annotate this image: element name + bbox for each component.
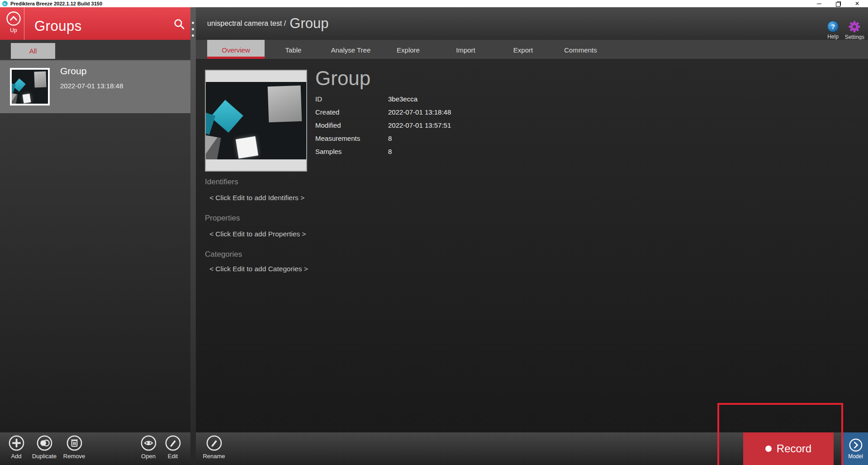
field-label: Samples: [315, 145, 388, 158]
restore-button[interactable]: [835, 1, 841, 6]
breadcrumb: unispectral camera test / Group: [207, 7, 328, 40]
tab-explore[interactable]: Explore: [379, 40, 437, 59]
preview-top-bar: [206, 71, 306, 82]
identifiers-placeholder[interactable]: < Click Edit to add Identifiers >: [209, 194, 304, 202]
rename-button[interactable]: Rename: [197, 435, 231, 460]
field-value: 2022-07-01 13:57:51: [388, 121, 451, 129]
remove-button[interactable]: Remove: [57, 435, 91, 460]
rename-label: Rename: [203, 453, 225, 460]
up-button[interactable]: Up: [5, 10, 23, 37]
overview-panel: Group ID3be3ecca Created2022-07-01 13:18…: [196, 59, 868, 432]
field-label: Modified: [315, 119, 388, 132]
chevron-up-circle-icon: [6, 11, 21, 26]
duplicate-label: Duplicate: [32, 453, 57, 460]
categories-heading: Categories: [205, 250, 242, 259]
app-window: b. Prediktera Breeze 2022.1.12 Build 315…: [0, 0, 868, 465]
preview-bottom-bar: [206, 159, 306, 171]
thumb-gray-square: [34, 71, 47, 87]
page-title: Group: [315, 67, 370, 90]
field-row: Measurements8: [315, 132, 451, 145]
model-button[interactable]: Model: [843, 432, 868, 465]
gear-icon: [849, 21, 860, 33]
eye-circle-icon: [140, 435, 157, 451]
categories-placeholder[interactable]: < Click Edit to add Categories >: [209, 265, 308, 273]
record-button[interactable]: Record: [743, 432, 834, 465]
window-title: Prediktera Breeze 2022.1.12 Build 3150: [10, 1, 102, 6]
field-value: 8: [388, 134, 392, 142]
tab-comments[interactable]: Comments: [552, 40, 609, 59]
search-icon: [173, 18, 185, 30]
main-header: unispectral camera test / Group ? Help S…: [196, 7, 868, 40]
help-icon: ?: [827, 21, 839, 32]
help-button[interactable]: ? Help: [827, 21, 839, 40]
header-divider: [24, 7, 24, 40]
item-date: 2022-07-01 13:18:48: [60, 82, 123, 90]
sidebar-tab-all[interactable]: All: [11, 43, 55, 59]
tab-import[interactable]: Import: [437, 40, 494, 59]
settings-button[interactable]: Settings: [845, 21, 864, 40]
item-title: Group: [60, 66, 86, 77]
model-label: Model: [848, 453, 863, 460]
field-row: Samples8: [315, 145, 451, 158]
duplicate-circle-icon: [36, 435, 53, 451]
preview-image: [206, 82, 306, 159]
up-label: Up: [10, 27, 17, 34]
app-logo-icon: b.: [2, 1, 8, 6]
search-button[interactable]: [173, 18, 185, 30]
preview-gray-cube: [206, 135, 221, 159]
record-dot-icon: [765, 446, 772, 452]
sidebar-tab-bar: All: [0, 40, 190, 59]
field-row: Created2022-07-01 13:18:48: [315, 105, 451, 119]
title-bar: b. Prediktera Breeze 2022.1.12 Build 315…: [0, 0, 868, 7]
panel-divider[interactable]: [190, 7, 196, 465]
pencil-circle-icon: [206, 435, 223, 451]
pencil-circle-icon: [165, 435, 181, 451]
settings-label: Settings: [845, 34, 864, 40]
group-list: Group 2022-07-01 13:18:48: [0, 59, 190, 432]
tab-overview[interactable]: Overview: [207, 40, 265, 59]
field-row: Modified2022-07-01 13:57:51: [315, 119, 451, 132]
field-label: ID: [315, 92, 388, 105]
preview-white-square: [236, 136, 259, 158]
edit-label: Edit: [168, 453, 178, 460]
list-item[interactable]: Group 2022-07-01 13:18:48: [0, 60, 190, 113]
main-tab-bar: Overview Table Analyse Tree Explore Impo…: [196, 40, 868, 59]
close-button[interactable]: ✕: [854, 1, 860, 6]
edit-button[interactable]: Edit: [156, 435, 190, 460]
plus-circle-icon: [8, 435, 25, 451]
tab-table[interactable]: Table: [265, 40, 322, 59]
field-label: Measurements: [315, 132, 388, 145]
preview-teal-edge: [206, 112, 216, 135]
item-thumbnail: [10, 68, 50, 105]
grip-dot-icon: [192, 34, 194, 37]
breadcrumb-parent[interactable]: unispectral camera test /: [207, 19, 286, 28]
group-preview: [205, 70, 307, 172]
help-label: Help: [827, 34, 839, 40]
tab-export[interactable]: Export: [494, 40, 552, 59]
breadcrumb-current: Group: [289, 15, 328, 32]
grip-dot-icon: [192, 28, 194, 30]
add-label: Add: [11, 453, 21, 460]
tab-analyse-tree[interactable]: Analyse Tree: [322, 40, 379, 59]
grip-dot-icon: [192, 22, 194, 24]
chevron-right-circle-icon: [849, 438, 863, 452]
record-label: Record: [777, 442, 811, 455]
trash-circle-icon: [66, 435, 83, 451]
field-label: Created: [315, 105, 388, 119]
identifiers-heading: Identifiers: [205, 177, 238, 187]
field-value: 3be3ecca: [388, 95, 417, 103]
sidebar-title: Groups: [34, 18, 82, 34]
sidebar-header: Up Groups: [0, 7, 190, 40]
sidebar-toolbar: Add Duplicate Remove: [0, 432, 190, 465]
field-row: ID3be3ecca: [315, 92, 451, 105]
field-value: 2022-07-01 13:18:48: [388, 108, 451, 116]
remove-label: Remove: [63, 453, 85, 460]
duplicate-button[interactable]: Duplicate: [27, 435, 62, 460]
open-label: Open: [141, 453, 156, 460]
properties-placeholder[interactable]: < Click Edit to add Properties >: [209, 230, 306, 238]
properties-heading: Properties: [205, 214, 240, 223]
detail-fields: ID3be3ecca Created2022-07-01 13:18:48 Mo…: [315, 92, 451, 158]
minimize-button[interactable]: [816, 1, 822, 6]
thumb-gray-cube: [12, 93, 17, 104]
thumb-white-square: [22, 94, 31, 103]
